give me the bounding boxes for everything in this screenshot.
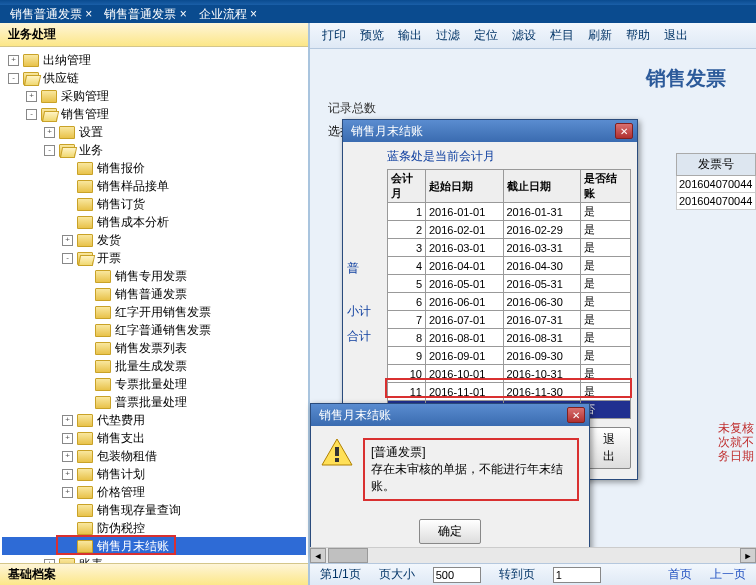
toolbar-栏目[interactable]: 栏目 — [550, 27, 574, 44]
tree-node-发货[interactable]: +发货 — [2, 231, 306, 249]
tree-node-销售普通发票[interactable]: 销售普通发票 — [2, 285, 306, 303]
tree-node-账表[interactable]: +账表 — [2, 555, 306, 563]
table-cell[interactable]: 10 — [388, 365, 426, 383]
table-cell[interactable]: 是 — [581, 239, 631, 257]
tree-node-批量生成发票[interactable]: 批量生成发票 — [2, 357, 306, 375]
expand-icon[interactable]: + — [62, 235, 73, 246]
tree-node-防伪税控[interactable]: 防伪税控 — [2, 519, 306, 537]
toolbar-输出[interactable]: 输出 — [398, 27, 422, 44]
nav-tree[interactable]: +出纳管理-供应链+采购管理-销售管理+设置-业务销售报价销售样品接单销售订货销… — [0, 47, 308, 563]
table-cell[interactable]: 3 — [388, 239, 426, 257]
table-cell[interactable]: 2016-08-01 — [426, 329, 504, 347]
table-cell[interactable]: 2016-01-01 — [426, 203, 504, 221]
collapse-icon[interactable]: - — [8, 73, 19, 84]
first-page-link[interactable]: 首页 — [668, 566, 692, 583]
table-cell[interactable]: 是 — [581, 203, 631, 221]
tree-node-采购管理[interactable]: +采购管理 — [2, 87, 306, 105]
table-cell[interactable]: 4 — [388, 257, 426, 275]
tree-node-设置[interactable]: +设置 — [2, 123, 306, 141]
prev-page-link[interactable]: 上一页 — [710, 566, 746, 583]
toolbar-滤设[interactable]: 滤设 — [512, 27, 536, 44]
table-cell[interactable]: 2016-02-01 — [426, 221, 504, 239]
table-cell[interactable]: 2016-05-31 — [503, 275, 581, 293]
tab-label[interactable]: 普 — [341, 256, 381, 281]
window-tab[interactable]: 销售普通发票 × — [104, 6, 186, 23]
expand-icon[interactable]: + — [62, 415, 73, 426]
tree-node-销售发票列表[interactable]: 销售发票列表 — [2, 339, 306, 357]
expand-icon[interactable]: + — [26, 91, 37, 102]
tree-node-包装物租借[interactable]: +包装物租借 — [2, 447, 306, 465]
table-cell[interactable]: 2016-10-31 — [503, 365, 581, 383]
tree-node-红字普通销售发票[interactable]: 红字普通销售发票 — [2, 321, 306, 339]
table-cell[interactable]: 是 — [581, 329, 631, 347]
period-table[interactable]: 会计月起始日期截止日期是否结账12016-01-012016-01-31是220… — [387, 169, 631, 419]
expand-icon[interactable]: + — [62, 451, 73, 462]
tree-node-销售计划[interactable]: +销售计划 — [2, 465, 306, 483]
invoice-no-cell[interactable]: 201604070044 — [676, 176, 756, 193]
table-cell[interactable]: 2016-11-01 — [426, 383, 504, 401]
tree-node-价格管理[interactable]: +价格管理 — [2, 483, 306, 501]
tree-node-开票[interactable]: -开票 — [2, 249, 306, 267]
table-cell[interactable]: 2016-07-31 — [503, 311, 581, 329]
table-cell[interactable]: 11 — [388, 383, 426, 401]
tree-node-销售报价[interactable]: 销售报价 — [2, 159, 306, 177]
table-cell[interactable]: 1 — [388, 203, 426, 221]
tree-node-销售月末结账[interactable]: 销售月末结账 — [2, 537, 306, 555]
table-cell[interactable]: 6 — [388, 293, 426, 311]
table-cell[interactable]: 8 — [388, 329, 426, 347]
table-cell[interactable]: 2016-01-31 — [503, 203, 581, 221]
table-cell[interactable]: 9 — [388, 347, 426, 365]
toolbar-定位[interactable]: 定位 — [474, 27, 498, 44]
ok-button[interactable]: 确定 — [419, 519, 481, 544]
toolbar-退出[interactable]: 退出 — [664, 27, 688, 44]
collapse-icon[interactable]: - — [44, 145, 55, 156]
table-cell[interactable]: 2016-07-01 — [426, 311, 504, 329]
collapse-icon[interactable]: - — [62, 253, 73, 264]
table-cell[interactable]: 2016-08-31 — [503, 329, 581, 347]
tree-node-红字开用销售发票[interactable]: 红字开用销售发票 — [2, 303, 306, 321]
table-cell[interactable]: 2016-03-31 — [503, 239, 581, 257]
toolbar-过滤[interactable]: 过滤 — [436, 27, 460, 44]
tree-node-专票批量处理[interactable]: 专票批量处理 — [2, 375, 306, 393]
table-cell[interactable]: 2016-04-01 — [426, 257, 504, 275]
tree-node-普票批量处理[interactable]: 普票批量处理 — [2, 393, 306, 411]
expand-icon[interactable]: + — [62, 469, 73, 480]
tree-node-销售成本分析[interactable]: 销售成本分析 — [2, 213, 306, 231]
table-cell[interactable]: 2016-02-29 — [503, 221, 581, 239]
table-cell[interactable]: 2016-06-30 — [503, 293, 581, 311]
table-cell[interactable]: 2 — [388, 221, 426, 239]
tree-node-销售现存量查询[interactable]: 销售现存量查询 — [2, 501, 306, 519]
tree-node-代垫费用[interactable]: +代垫费用 — [2, 411, 306, 429]
tree-node-销售专用发票[interactable]: 销售专用发票 — [2, 267, 306, 285]
table-cell[interactable]: 是 — [581, 221, 631, 239]
toolbar-预览[interactable]: 预览 — [360, 27, 384, 44]
table-cell[interactable]: 是 — [581, 275, 631, 293]
window-tab[interactable]: 销售普通发票 × — [10, 6, 92, 23]
close-icon[interactable]: ✕ — [567, 407, 585, 423]
exit-button[interactable]: 退出 — [587, 427, 631, 469]
close-icon[interactable]: ✕ — [615, 123, 633, 139]
tree-node-销售管理[interactable]: -销售管理 — [2, 105, 306, 123]
table-cell[interactable]: 2016-11-30 — [503, 383, 581, 401]
table-cell[interactable]: 是 — [581, 347, 631, 365]
collapse-icon[interactable]: - — [26, 109, 37, 120]
expand-icon[interactable]: + — [44, 559, 55, 564]
table-cell[interactable]: 2016-04-30 — [503, 257, 581, 275]
table-cell[interactable]: 2016-10-01 — [426, 365, 504, 383]
tree-node-出纳管理[interactable]: +出纳管理 — [2, 51, 306, 69]
expand-icon[interactable]: + — [44, 127, 55, 138]
tree-node-销售支出[interactable]: +销售支出 — [2, 429, 306, 447]
expand-icon[interactable]: + — [62, 433, 73, 444]
goto-page-input[interactable] — [553, 567, 601, 583]
table-cell[interactable]: 2016-05-01 — [426, 275, 504, 293]
table-cell[interactable]: 2016-09-01 — [426, 347, 504, 365]
table-cell[interactable]: 2016-06-01 — [426, 293, 504, 311]
tree-node-供应链[interactable]: -供应链 — [2, 69, 306, 87]
table-cell[interactable]: 是 — [581, 383, 631, 401]
table-cell[interactable]: 是 — [581, 293, 631, 311]
table-cell[interactable]: 7 — [388, 311, 426, 329]
table-cell[interactable]: 是 — [581, 257, 631, 275]
table-cell[interactable]: 2016-03-01 — [426, 239, 504, 257]
table-cell[interactable]: 5 — [388, 275, 426, 293]
horizontal-scrollbar[interactable]: ◄► — [310, 547, 756, 563]
